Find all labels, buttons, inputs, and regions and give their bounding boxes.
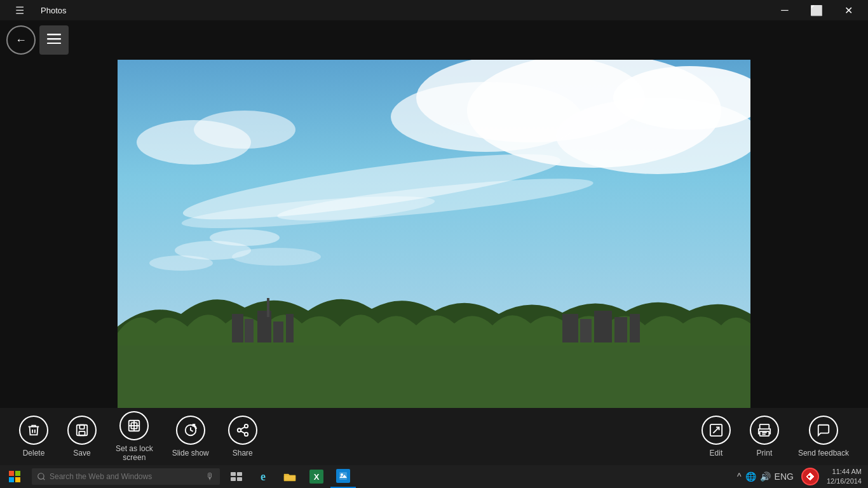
svg-rect-51 bbox=[9, 477, 14, 482]
task-view-button[interactable] bbox=[224, 465, 249, 488]
language-icon[interactable]: ENG bbox=[775, 471, 794, 482]
svg-rect-1 bbox=[47, 38, 61, 40]
edit-button[interactable]: Edit bbox=[702, 416, 731, 458]
edit-label: Edit bbox=[710, 449, 723, 458]
svg-text:♥: ♥ bbox=[808, 474, 811, 480]
nav-buttons: ← bbox=[6, 25, 69, 55]
svg-point-13 bbox=[149, 255, 213, 271]
titlebar-controls: ─ ⬜ ✕ bbox=[770, 0, 863, 20]
slideshow-button[interactable]: Slide show bbox=[172, 416, 209, 458]
svg-rect-0 bbox=[47, 34, 61, 36]
toolbar-right-buttons: Edit Print Send feedback bbox=[702, 416, 849, 458]
svg-point-14 bbox=[232, 248, 321, 266]
photos-app[interactable] bbox=[330, 465, 356, 488]
svg-rect-45 bbox=[760, 424, 770, 429]
svg-point-39 bbox=[237, 428, 241, 432]
microphone-icon: 🎙 bbox=[206, 471, 215, 482]
titlebar-menu-button[interactable]: ☰ bbox=[5, 0, 34, 20]
svg-line-42 bbox=[241, 427, 245, 430]
svg-rect-27 bbox=[594, 311, 612, 342]
print-button[interactable]: Print bbox=[750, 416, 779, 458]
edit-icon bbox=[702, 416, 731, 445]
svg-rect-32 bbox=[79, 431, 85, 435]
svg-rect-58 bbox=[237, 477, 242, 481]
svg-point-17 bbox=[194, 111, 295, 149]
svg-rect-49 bbox=[9, 471, 14, 476]
svg-rect-20 bbox=[245, 319, 254, 342]
slideshow-label: Slide show bbox=[172, 449, 209, 458]
user-avatar[interactable]: ♥ bbox=[801, 468, 819, 485]
svg-rect-52 bbox=[15, 477, 20, 482]
svg-rect-60 bbox=[339, 472, 347, 480]
svg-point-53 bbox=[38, 473, 44, 479]
svg-rect-28 bbox=[614, 317, 627, 342]
delete-button[interactable]: Delete bbox=[19, 416, 48, 458]
time: 11:44 AM bbox=[827, 467, 862, 477]
print-icon bbox=[750, 416, 779, 445]
photo-display bbox=[118, 60, 750, 426]
back-button[interactable]: ← bbox=[6, 25, 36, 55]
svg-point-7 bbox=[391, 82, 581, 152]
slideshow-icon bbox=[176, 416, 205, 445]
maximize-button[interactable]: ⬜ bbox=[802, 0, 831, 20]
svg-rect-31 bbox=[79, 425, 84, 429]
file-explorer-app[interactable] bbox=[277, 465, 302, 488]
search-bar[interactable]: 🎙 bbox=[32, 468, 220, 485]
svg-point-38 bbox=[244, 424, 248, 428]
titlebar-left: ☰ Photos bbox=[5, 0, 66, 20]
svg-rect-30 bbox=[77, 425, 88, 436]
svg-rect-24 bbox=[267, 298, 269, 317]
share-label: Share bbox=[233, 449, 253, 458]
app-title: Photos bbox=[41, 6, 66, 15]
delete-icon bbox=[19, 416, 48, 445]
excel-app[interactable]: X bbox=[304, 465, 329, 488]
delete-label: Delete bbox=[23, 449, 45, 458]
close-button[interactable]: ✕ bbox=[834, 0, 863, 20]
send-feedback-icon bbox=[809, 416, 838, 445]
taskbar: 🎙 e X bbox=[0, 465, 868, 488]
svg-point-15 bbox=[210, 229, 280, 246]
save-label: Save bbox=[73, 449, 90, 458]
svg-line-41 bbox=[241, 431, 245, 433]
system-tray: ^ 🌐 🔊 ENG ♥ 11:44 AM 12/16/2014 bbox=[737, 467, 868, 487]
send-feedback-label: Send feedback bbox=[798, 449, 849, 458]
svg-rect-2 bbox=[47, 43, 61, 44]
svg-rect-22 bbox=[273, 322, 283, 342]
chevron-icon[interactable]: ^ bbox=[737, 471, 742, 482]
search-input[interactable] bbox=[50, 472, 206, 481]
svg-line-54 bbox=[43, 478, 45, 480]
network-icon[interactable]: 🌐 bbox=[745, 471, 756, 482]
lock-screen-icon bbox=[119, 411, 149, 440]
svg-point-40 bbox=[244, 433, 248, 437]
svg-rect-29 bbox=[630, 314, 640, 342]
svg-rect-50 bbox=[15, 471, 20, 476]
set-lock-screen-button[interactable]: Set as lock screen bbox=[116, 411, 153, 462]
taskbar-apps: e X bbox=[224, 465, 356, 488]
edge-app[interactable]: e bbox=[250, 465, 276, 488]
photo-viewer bbox=[0, 20, 868, 465]
svg-rect-25 bbox=[562, 314, 578, 342]
lock-screen-label: Set as lock screen bbox=[116, 444, 153, 462]
minimize-button[interactable]: ─ bbox=[770, 0, 799, 20]
photo-menu-button[interactable] bbox=[39, 25, 69, 55]
svg-rect-56 bbox=[237, 472, 242, 476]
back-icon: ← bbox=[15, 34, 27, 47]
svg-rect-23 bbox=[286, 314, 294, 342]
toolbar-left-buttons: Delete Save Set a bbox=[19, 411, 257, 462]
start-button[interactable] bbox=[0, 465, 29, 488]
titlebar: ☰ Photos ─ ⬜ ✕ bbox=[0, 0, 868, 20]
share-icon bbox=[228, 416, 257, 445]
share-button[interactable]: Share bbox=[228, 416, 257, 458]
svg-rect-19 bbox=[232, 314, 243, 342]
date: 12/16/2014 bbox=[827, 477, 862, 486]
svg-rect-57 bbox=[231, 477, 236, 481]
print-label: Print bbox=[757, 449, 773, 458]
svg-rect-26 bbox=[580, 319, 592, 342]
send-feedback-button[interactable]: Send feedback bbox=[798, 416, 849, 458]
svg-point-61 bbox=[341, 473, 343, 476]
volume-icon[interactable]: 🔊 bbox=[760, 471, 771, 482]
tray-icons: ^ 🌐 🔊 ENG bbox=[737, 471, 794, 482]
save-button[interactable]: Save bbox=[67, 416, 97, 458]
save-icon bbox=[67, 416, 97, 445]
svg-line-44 bbox=[713, 427, 719, 433]
